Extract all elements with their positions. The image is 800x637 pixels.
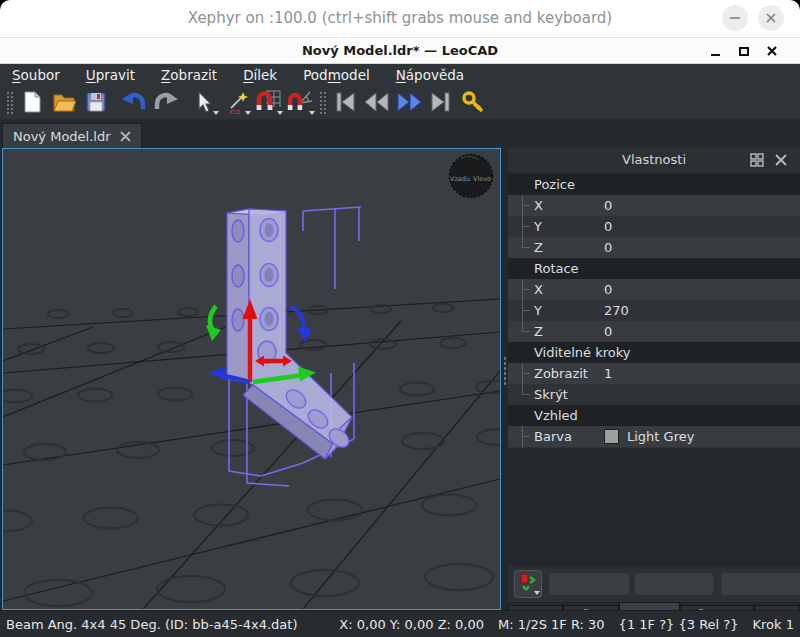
open-file-button[interactable] — [48, 87, 80, 117]
menubar: Soubor Upravit Zobrazit Dílek Podmodel N… — [0, 64, 800, 85]
section-rotace[interactable]: Rotace — [508, 258, 800, 279]
tab-close-icon[interactable] — [120, 131, 131, 142]
close-icon — [764, 11, 778, 25]
prop-row-color[interactable]: BarvaLight Grey — [508, 426, 800, 447]
save-icon — [83, 89, 109, 115]
color-swatch — [604, 429, 619, 444]
last-step-button[interactable] — [425, 87, 457, 117]
last-step-icon — [427, 89, 455, 115]
select-tool-button[interactable] — [188, 87, 220, 117]
close-icon — [764, 43, 780, 59]
prop-row[interactable]: Z0 — [508, 321, 800, 342]
document-tab[interactable]: Nový Model.ldr — [2, 123, 142, 149]
property-field-1[interactable] — [549, 573, 629, 595]
undo-button[interactable] — [118, 87, 150, 117]
snap-rotate-button[interactable] — [284, 87, 316, 117]
panel-splitter[interactable] — [501, 148, 508, 610]
section-viditelne-kroky[interactable]: Viditelné kroky — [508, 342, 800, 363]
maximize-icon — [736, 43, 752, 59]
document-tab-label: Nový Model.ldr — [13, 129, 111, 144]
app-minimize-button[interactable] — [708, 43, 724, 59]
unlock-button[interactable] — [457, 87, 489, 117]
snap-move-button[interactable] — [252, 87, 284, 117]
section-pozice[interactable]: Pozice — [508, 174, 800, 195]
dock-close-button[interactable] — [774, 153, 788, 167]
prop-row[interactable]: Z0 — [508, 237, 800, 258]
first-step-button[interactable] — [329, 87, 361, 117]
properties-toolbar — [508, 566, 800, 602]
prop-row[interactable]: Y270 — [508, 300, 800, 321]
menu-dilek[interactable]: Dílek — [243, 67, 277, 83]
new-file-icon — [19, 89, 45, 115]
undo-icon — [120, 89, 148, 115]
key-icon — [460, 89, 486, 115]
app-close-button[interactable] — [764, 43, 780, 59]
previous-step-button[interactable] — [361, 87, 393, 117]
previous-step-icon — [362, 89, 392, 115]
statusbar: Beam Ang. 4x4 45 Deg. (ID: bb-a45-4x4.da… — [0, 610, 800, 637]
status-part-info: Beam Ang. 4x4 45 Deg. (ID: bb-a45-4x4.da… — [6, 617, 325, 632]
dropdown-caret-icon — [277, 111, 283, 115]
status-step: Krok 1 — [753, 617, 794, 632]
minimize-icon — [708, 43, 724, 59]
xephyr-title: Xephyr on :100.0 (ctrl+shift grabs mouse… — [0, 0, 800, 37]
toolbar: XYZ — [0, 85, 800, 120]
minimize-icon — [728, 11, 742, 25]
status-snap-settings[interactable]: M: 1/2S 1F R: 30 — [498, 617, 605, 632]
first-step-icon — [331, 89, 359, 115]
toolbar-grip[interactable] — [319, 90, 326, 114]
prop-row[interactable]: Y0 — [508, 216, 800, 237]
menu-napoveda[interactable]: Nápověda — [396, 67, 464, 83]
redo-icon — [152, 89, 180, 115]
properties-table: Pozice X0 Y0 Z0 Rotace X0 Y270 Z0 Vidite… — [508, 174, 800, 468]
main-area: Vzadu Vlevo Vlastnosti — [0, 148, 800, 610]
dropdown-caret-icon — [309, 111, 315, 115]
viewport-3d[interactable]: Vzadu Vlevo — [2, 148, 501, 610]
transform-mode-button[interactable] — [514, 570, 542, 598]
view-sphere-left-label: Vzadu — [450, 175, 470, 183]
toolbar-grip[interactable] — [6, 90, 13, 114]
xephyr-titlebar: Xephyr on :100.0 (ctrl+shift grabs mouse… — [0, 0, 800, 38]
menu-upravit[interactable]: Upravit — [86, 67, 135, 83]
scene-3d: Vzadu Vlevo — [3, 149, 500, 609]
menu-soubor[interactable]: Soubor — [12, 67, 60, 83]
properties-panel: Vlastnosti Pozice X0 Y0 Z0 — [508, 148, 800, 610]
splitter-grip-icon — [503, 356, 507, 386]
save-button[interactable] — [80, 87, 112, 117]
property-field-2[interactable] — [635, 573, 713, 595]
status-coordinates: X: 0,00 Y: 0,00 Z: 0,00 — [339, 617, 484, 632]
dropdown-caret-icon — [534, 591, 540, 595]
app-title: Nový Model.ldr* — LeoCAD — [0, 38, 800, 63]
float-icon — [750, 153, 764, 167]
app-maximize-button[interactable] — [736, 43, 752, 59]
view-sphere-right-label: Vlevo — [473, 175, 491, 183]
view-sphere[interactable]: Vzadu Vlevo — [450, 155, 493, 198]
dock-float-button[interactable] — [750, 153, 764, 167]
property-field-3[interactable] — [721, 573, 800, 595]
dropdown-caret-icon — [213, 111, 219, 115]
next-step-button[interactable] — [393, 87, 425, 117]
minimize-button[interactable] — [722, 5, 748, 31]
close-button[interactable] — [758, 5, 784, 31]
prop-row[interactable]: X0 — [508, 195, 800, 216]
dropdown-caret-icon — [245, 111, 251, 115]
beam-part[interactable] — [227, 209, 352, 459]
app-titlebar: Nový Model.ldr* — LeoCAD — [0, 38, 800, 64]
prop-row[interactable]: Zobrazit1 — [508, 363, 800, 384]
section-vzhled[interactable]: Vzhled — [508, 405, 800, 426]
svg-text:XYZ: XYZ — [229, 109, 240, 115]
menu-zobrazit[interactable]: Zobrazit — [161, 67, 217, 83]
move-tool-button[interactable]: XYZ — [220, 87, 252, 117]
new-file-button[interactable] — [16, 87, 48, 117]
document-tabstrip: Nový Model.ldr — [0, 120, 800, 148]
menu-podmodel[interactable]: Podmodel — [303, 67, 370, 83]
prop-row[interactable]: X0 — [508, 279, 800, 300]
xephyr-window: Xephyr on :100.0 (ctrl+shift grabs mouse… — [0, 0, 800, 637]
status-relative-flags[interactable]: {1 1F ?} {3 Rel ?} — [619, 617, 739, 632]
next-step-icon — [394, 89, 424, 115]
properties-header[interactable]: Vlastnosti — [508, 148, 800, 172]
prop-row[interactable]: Skrýt — [508, 384, 800, 405]
open-folder-icon — [51, 89, 77, 115]
properties-empty-area — [508, 448, 800, 563]
redo-button[interactable] — [150, 87, 182, 117]
